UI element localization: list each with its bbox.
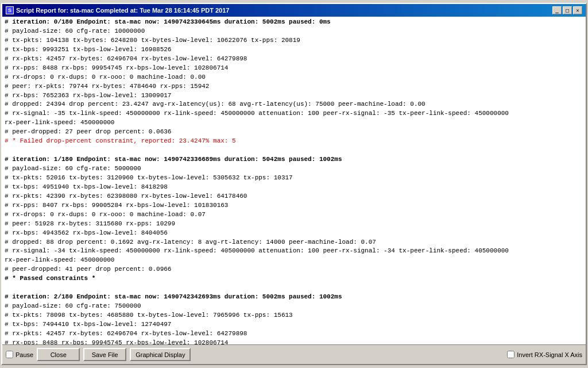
list-item: # peer: rx-pkts: 79744 rx-bytes: 4784640… bbox=[5, 82, 583, 91]
list-item: # peer-dropped: 27 peer drop percent: 0.… bbox=[5, 128, 583, 137]
list-item: # rx-pkts: 42457 rx-bytes: 62496704 rx-b… bbox=[5, 329, 583, 339]
invert-checkbox[interactable] bbox=[507, 351, 514, 358]
invert-checkbox-group: Invert RX-Signal X Axis bbox=[507, 351, 582, 358]
list-item: # dropped: 88 drop percent: 0.1692 avg-r… bbox=[5, 238, 583, 247]
minimize-button[interactable]: _ bbox=[552, 6, 562, 14]
title-buttons: _ □ ✕ bbox=[552, 6, 582, 14]
pause-label[interactable]: Pause bbox=[16, 351, 33, 358]
invert-label[interactable]: Invert RX-Signal X Axis bbox=[517, 351, 582, 358]
window-title: Script Report for: sta-mac Completed at:… bbox=[16, 7, 229, 14]
graphical-display-button[interactable]: Graphical Display bbox=[130, 348, 191, 361]
list-item: # rx-pps: 8407 rx-bps: 99005284 rx-bps-l… bbox=[5, 201, 583, 210]
save-file-button[interactable]: Save File bbox=[83, 348, 126, 361]
list-item: # rx-drops: 0 rx-dups: 0 rx-ooo: 0 machi… bbox=[5, 73, 583, 82]
list-item: # tx-bps: 7494410 tx-bps-low-level: 1274… bbox=[5, 320, 583, 329]
list-item: rx-peer-link-speed: 450000000 bbox=[5, 118, 583, 128]
close-window-button[interactable]: ✕ bbox=[573, 6, 582, 14]
list-item: # dropped: 24394 drop percent: 23.4247 a… bbox=[5, 100, 583, 109]
pause-checkbox-group: Pause bbox=[6, 351, 33, 358]
list-item: # tx-bps: 9993251 tx-bps-low-level: 1698… bbox=[5, 45, 583, 55]
main-window: S Script Report for: sta-mac Completed a… bbox=[1, 3, 587, 365]
list-item: # rx-pkts: 42457 rx-bytes: 62496704 rx-b… bbox=[5, 55, 583, 64]
list-item: # iteration: 2/180 Endpoint: sta-mac now… bbox=[5, 293, 583, 302]
list-item bbox=[5, 283, 583, 293]
list-item: # rx-bps: 4943562 rx-bps-low-level: 8404… bbox=[5, 229, 583, 238]
bottom-toolbar: Pause Close Save File Graphical Display … bbox=[2, 344, 586, 364]
list-item: # payload-size: 60 cfg-rate: 5000000 bbox=[5, 164, 583, 174]
maximize-button[interactable]: □ bbox=[563, 6, 572, 14]
list-item: # * Failed drop-percent constraint, repo… bbox=[5, 137, 583, 146]
list-item: # rx-pps: 8488 rx-bps: 99954745 rx-bps-l… bbox=[5, 64, 583, 73]
list-item: # tx-pkts: 104138 tx-bytes: 6248280 tx-b… bbox=[5, 36, 583, 45]
report-text-area[interactable]: # iteration: 0/180 Endpoint: sta-mac now… bbox=[2, 17, 586, 344]
list-item: # payload-size: 60 cfg-rate: 7500000 bbox=[5, 302, 583, 311]
list-item: # peer-dropped: 41 peer drop percent: 0.… bbox=[5, 265, 583, 274]
window-icon: S bbox=[6, 6, 14, 14]
list-item: # peer: 51928 rx-bytes: 3115680 rx-pps: … bbox=[5, 220, 583, 229]
list-item: # rx-pkts: 42390 rx-bytes: 62398080 rx-b… bbox=[5, 192, 583, 201]
list-item: # rx-bps: 7652363 rx-bps-low-level: 1300… bbox=[5, 91, 583, 101]
list-item: # tx-pkts: 78098 tx-bytes: 4685880 tx-by… bbox=[5, 311, 583, 320]
list-item: # payload-size: 60 cfg-rate: 10000000 bbox=[5, 27, 583, 36]
list-item: # iteration: 1/180 Endpoint: sta-mac now… bbox=[5, 155, 583, 164]
list-item: # iteration: 0/180 Endpoint: sta-mac now… bbox=[5, 18, 583, 27]
list-item: # rx-signal: -35 tx-link-speed: 45000000… bbox=[5, 109, 583, 118]
title-bar: S Script Report for: sta-mac Completed a… bbox=[2, 4, 586, 17]
list-item: # tx-pkts: 52016 tx-bytes: 3120960 tx-by… bbox=[5, 174, 583, 183]
list-item: rx-peer-link-speed: 450000000 bbox=[5, 256, 583, 265]
close-button[interactable]: Close bbox=[37, 348, 80, 361]
title-bar-left: S Script Report for: sta-mac Completed a… bbox=[6, 6, 229, 14]
content-container: # iteration: 0/180 Endpoint: sta-mac now… bbox=[2, 17, 586, 344]
list-item: # rx-signal: -34 tx-link-speed: 45000000… bbox=[5, 247, 583, 256]
pause-checkbox[interactable] bbox=[6, 351, 13, 358]
list-item: # rx-pps: 8488 rx-bps: 99945745 rx-bps-l… bbox=[5, 339, 583, 344]
list-item: # * Passed constraints * bbox=[5, 274, 583, 283]
list-item: # rx-drops: 0 rx-dups: 0 rx-ooo: 0 machi… bbox=[5, 210, 583, 220]
list-item bbox=[5, 146, 583, 155]
list-item: # tx-bps: 4951940 tx-bps-low-level: 8418… bbox=[5, 183, 583, 192]
